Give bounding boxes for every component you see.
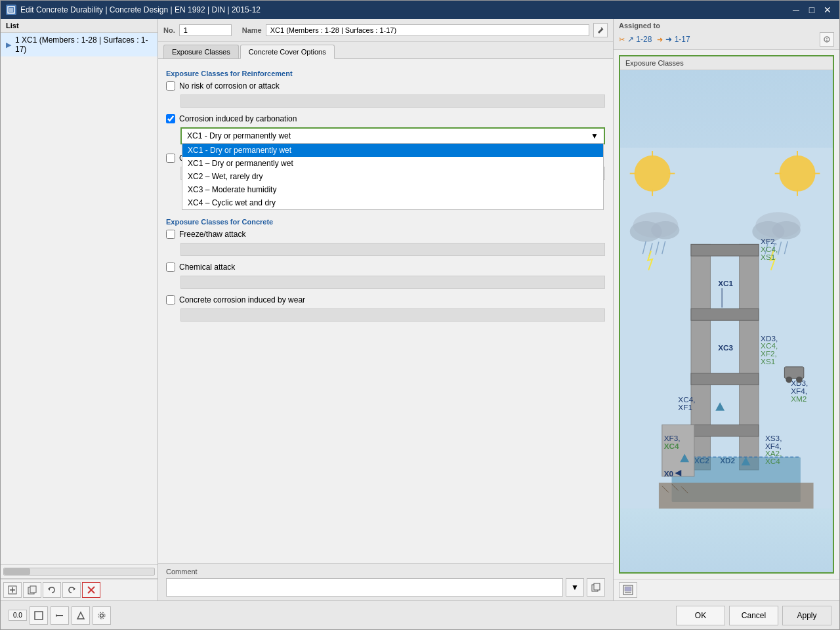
left-toolbar bbox=[1, 579, 158, 600]
minimize-button[interactable]: ─ bbox=[789, 5, 803, 15]
maximize-button[interactable]: □ bbox=[805, 5, 818, 15]
comment-down-button[interactable]: ▼ bbox=[566, 578, 584, 597]
no-risk-label: No risk of corrosion or attack bbox=[179, 81, 280, 91]
svg-point-95 bbox=[100, 614, 103, 617]
chemical-checkbox[interactable] bbox=[166, 262, 175, 272]
comment-label: Comment bbox=[166, 568, 605, 576]
svg-marker-93 bbox=[56, 614, 58, 617]
svg-marker-94 bbox=[77, 612, 84, 619]
no-risk-row: No risk of corrosion or attack bbox=[166, 81, 605, 91]
chemical-row: Chemical attack bbox=[166, 262, 605, 272]
carbonation-label: Corrosion induced by carbonation bbox=[179, 114, 297, 123]
assigned-label: Assigned to bbox=[619, 22, 834, 30]
svg-rect-59 bbox=[659, 483, 814, 509]
no-risk-bar bbox=[180, 94, 605, 108]
undo-button[interactable] bbox=[43, 582, 61, 598]
carbonation-checkbox[interactable] bbox=[166, 114, 175, 123]
bottom-bar: 0.0 OK Cancel Apply bbox=[1, 600, 839, 629]
wear-checkbox[interactable] bbox=[166, 295, 175, 304]
svg-text:XM2: XM2 bbox=[791, 394, 807, 403]
svg-rect-91 bbox=[35, 612, 43, 620]
assigned-surfaces-value: ➜ 1-17 bbox=[665, 35, 690, 44]
svg-point-32 bbox=[651, 221, 679, 239]
name-value: XC1 (Members : 1-28 | Surfaces : 1-17) bbox=[266, 24, 589, 36]
dropdown-option-3[interactable]: XC3 – Moderate humidity bbox=[182, 183, 603, 196]
bottom-left: 0.0 bbox=[9, 606, 111, 625]
list-item-label: 1 XC1 (Members : 1-28 | Surfaces : 1-17) bbox=[15, 35, 152, 54]
right-toolbar bbox=[614, 579, 839, 600]
chemical-bar bbox=[180, 276, 605, 289]
svg-text:XS1: XS1 bbox=[761, 253, 775, 261]
delete-button[interactable] bbox=[82, 582, 100, 598]
svg-point-18 bbox=[826, 40, 828, 41]
no-risk-checkbox[interactable] bbox=[166, 81, 175, 91]
apply-button[interactable]: Apply bbox=[782, 606, 831, 625]
main-window: Edit Concrete Durability | Concrete Desi… bbox=[0, 0, 840, 630]
dropdown-option-4[interactable]: XC4 – Cyclic wet and dry bbox=[182, 196, 603, 209]
freeze-thaw-bar bbox=[180, 243, 605, 256]
carbonation-row: Corrosion induced by carbonation bbox=[166, 114, 605, 123]
title-bar-controls: ─ □ ✕ bbox=[789, 5, 834, 15]
svg-text:XF1: XF1 bbox=[678, 403, 692, 411]
close-button[interactable]: ✕ bbox=[821, 5, 834, 15]
form-body: Exposure Classes for Reinforcement No ri… bbox=[158, 59, 613, 563]
carbonation-selected-label: XC1 - Dry or permanently wet bbox=[187, 131, 291, 140]
right-panel: Assigned to ✂ ↗ 1-28 ➜ ➜ 1-17 bbox=[613, 19, 839, 600]
carbonation-dropdown-list[interactable]: XC1 - Dry or permanently wet XC1 – Dry o… bbox=[182, 143, 604, 210]
left-panel: List ▶ 1 XC1 (Members : 1-28 | Surfaces … bbox=[1, 19, 158, 600]
dropdown-option-2[interactable]: XC2 – Wet, rarely dry bbox=[182, 170, 603, 183]
add-button[interactable] bbox=[3, 582, 22, 598]
tab-exposure[interactable]: Exposure Classes bbox=[163, 45, 239, 58]
app-icon bbox=[6, 5, 16, 15]
redo-button[interactable] bbox=[62, 582, 81, 598]
comment-copy-button[interactable] bbox=[587, 578, 605, 597]
reinforcement-section-title: Exposure Classes for Reinforcement bbox=[166, 70, 605, 77]
edit-name-button[interactable] bbox=[593, 23, 608, 37]
svg-text:XC4: XC4 bbox=[765, 457, 780, 465]
assigned-surfaces: ➜ ➜ 1-17 bbox=[657, 35, 690, 44]
chemical-label: Chemical attack bbox=[179, 262, 235, 272]
svg-rect-47 bbox=[691, 309, 759, 321]
list-item-icon: ▶ bbox=[6, 41, 11, 49]
cancel-button[interactable]: Cancel bbox=[729, 606, 778, 625]
tab-cover[interactable]: Concrete Cover Options bbox=[240, 45, 335, 59]
no-value: 1 bbox=[179, 24, 232, 36]
wear-bar bbox=[180, 308, 605, 322]
svg-point-86 bbox=[786, 377, 792, 383]
copy-button[interactable] bbox=[23, 582, 41, 598]
assigned-edit-button[interactable] bbox=[820, 32, 834, 47]
svg-point-25 bbox=[780, 156, 816, 192]
svg-rect-49 bbox=[691, 425, 759, 436]
horizontal-scrollbar[interactable] bbox=[3, 568, 155, 576]
freeze-thaw-row: Freeze/thaw attack bbox=[166, 230, 605, 239]
assigned-row: ✂ ↗ 1-28 ➜ ➜ 1-17 bbox=[619, 32, 834, 47]
list-header: List bbox=[1, 19, 158, 33]
surfaces-button[interactable] bbox=[72, 606, 90, 625]
assigned-section: Assigned to ✂ ↗ 1-28 ➜ ➜ 1-17 bbox=[614, 19, 839, 50]
dropdown-option-1[interactable]: XC1 – Dry or permanently wet bbox=[182, 157, 603, 170]
freeze-thaw-checkbox[interactable] bbox=[166, 230, 175, 239]
svg-marker-9 bbox=[48, 587, 50, 591]
svg-text:XC3: XC3 bbox=[718, 343, 733, 352]
name-field: Name XC1 (Members : 1-28 | Surfaces : 1-… bbox=[242, 23, 608, 37]
carbonation-dropdown-selected[interactable]: XC1 - Dry or permanently wet ▼ bbox=[182, 129, 604, 143]
comment-input[interactable] bbox=[166, 578, 563, 597]
list-item[interactable]: ▶ 1 XC1 (Members : 1-28 | Surfaces : 1-1… bbox=[1, 33, 158, 56]
wear-label: Concrete corrosion induced by wear bbox=[179, 295, 305, 304]
svg-rect-46 bbox=[691, 244, 759, 256]
comment-row: ▼ bbox=[166, 578, 605, 597]
zoom-button[interactable]: 0.0 bbox=[9, 610, 27, 621]
ok-button[interactable]: OK bbox=[676, 606, 725, 625]
svg-rect-19 bbox=[620, 148, 833, 509]
svg-point-96 bbox=[98, 612, 105, 619]
settings-button[interactable] bbox=[93, 606, 111, 625]
select-button[interactable] bbox=[30, 606, 48, 625]
no-field: No. 1 bbox=[163, 24, 232, 36]
assigned-members-value: ↗ 1-28 bbox=[627, 35, 652, 44]
members-icon: ✂ bbox=[619, 35, 625, 44]
diagram-export-button[interactable] bbox=[619, 582, 637, 598]
chlorides-sea-checkbox[interactable] bbox=[166, 154, 175, 163]
members-button[interactable] bbox=[51, 606, 69, 625]
svg-rect-15 bbox=[594, 583, 600, 590]
dropdown-option-0[interactable]: XC1 - Dry or permanently wet bbox=[182, 144, 603, 157]
